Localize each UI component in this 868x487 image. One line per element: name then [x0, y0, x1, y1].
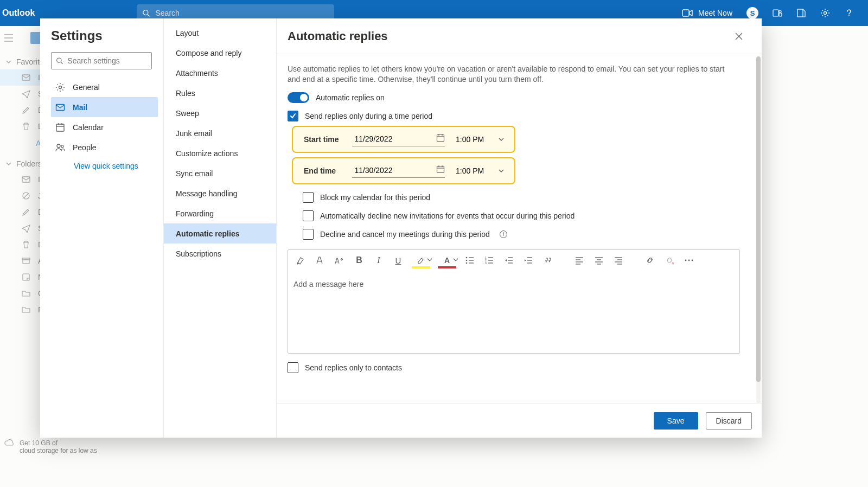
category-general-label: General [73, 83, 100, 92]
more-formatting-button[interactable] [683, 254, 695, 266]
indent-icon [524, 256, 533, 265]
svg-point-40 [466, 260, 468, 261]
end-time-select[interactable]: 1:00 PM [456, 166, 505, 175]
sub-attachments[interactable]: Attachments [164, 63, 276, 83]
view-quick-settings-link[interactable]: View quick settings [51, 162, 158, 170]
italic-button[interactable]: I [373, 254, 385, 266]
contacts-only-checkbox[interactable] [288, 362, 298, 373]
sub-forwarding[interactable]: Forwarding [164, 203, 276, 223]
gear-icon [55, 82, 65, 92]
hamburger-icon[interactable] [4, 34, 17, 42]
notes-icon[interactable] [796, 8, 806, 18]
indent-button[interactable] [522, 254, 534, 266]
category-calendar[interactable]: Calendar [51, 117, 158, 137]
svg-rect-12 [22, 75, 30, 80]
sub-handling[interactable]: Message handling [164, 183, 276, 203]
svg-point-41 [466, 262, 468, 264]
cancel-meetings-checkbox[interactable] [303, 229, 314, 240]
end-date-picker-button[interactable] [436, 165, 445, 174]
draft-icon [22, 106, 30, 114]
svg-point-27 [57, 144, 60, 148]
autoreply-toggle[interactable] [288, 92, 309, 103]
folder-icon [22, 305, 30, 314]
save-button[interactable]: Save [654, 412, 698, 430]
number-list-button[interactable]: 123 [483, 254, 495, 266]
global-search-input[interactable] [155, 9, 334, 17]
start-date-picker-button[interactable] [436, 133, 445, 142]
meet-now-button[interactable]: Meet Now [682, 9, 732, 17]
autoreply-description: Use automatic replies to let others know… [288, 64, 732, 85]
dialog-close-button[interactable] [731, 29, 746, 44]
sub-rules[interactable]: Rules [164, 83, 276, 103]
settings-dialog: Settings General Mail Calendar People [40, 18, 762, 438]
settings-search-input[interactable] [67, 56, 151, 65]
panel-scrollbar[interactable] [756, 56, 761, 403]
bold-button[interactable]: B [353, 254, 365, 266]
category-general[interactable]: General [51, 77, 158, 97]
sub-junk[interactable]: Junk email [164, 123, 276, 143]
meet-now-label: Meet Now [698, 9, 732, 17]
svg-point-0 [143, 10, 148, 15]
start-date-input[interactable] [352, 132, 445, 146]
help-icon[interactable] [844, 8, 854, 18]
category-people[interactable]: People [51, 137, 158, 157]
font-color-button[interactable]: A [438, 254, 456, 266]
font-family-button[interactable] [314, 254, 326, 266]
app-brand: Outlook [0, 8, 137, 18]
svg-rect-35 [437, 166, 444, 172]
svg-rect-22 [56, 104, 65, 110]
align-center-icon [595, 256, 603, 265]
unlink-button[interactable] [663, 254, 675, 266]
svg-point-8 [848, 15, 850, 16]
notes-icon [22, 273, 30, 281]
sub-compose[interactable]: Compose and reply [164, 43, 276, 63]
align-center-button[interactable] [593, 254, 605, 266]
scrollbar-thumb[interactable] [756, 56, 761, 382]
end-date-input[interactable] [352, 164, 445, 178]
autoreply-toggle-label: Automatic replies on [316, 93, 385, 102]
decline-new-label: Automatically decline new invitations fo… [320, 212, 575, 220]
teams-icon[interactable] [773, 8, 782, 18]
bullet-list-button[interactable] [464, 254, 476, 266]
outdent-button[interactable] [503, 254, 515, 266]
font-size-button[interactable] [334, 254, 346, 266]
link-button[interactable] [644, 254, 656, 266]
info-icon[interactable]: i [500, 230, 507, 238]
end-time-row: End time 1:00 PM [292, 157, 515, 184]
link-icon [646, 256, 654, 265]
svg-point-19 [57, 58, 61, 62]
settings-search[interactable] [51, 52, 152, 69]
skype-icon[interactable]: S [746, 7, 758, 19]
number-list-icon: 123 [485, 256, 494, 265]
calendar-icon [55, 123, 65, 132]
underline-button[interactable]: U [392, 254, 404, 266]
svg-text:3: 3 [485, 261, 487, 265]
quote-button[interactable] [542, 254, 554, 266]
start-time-select[interactable]: 1:00 PM [456, 135, 505, 144]
discard-button[interactable]: Discard [706, 412, 752, 430]
sub-subscriptions[interactable]: Subscriptions [164, 244, 276, 264]
folders-label: Folders [16, 159, 42, 168]
highlight-color-button[interactable] [412, 254, 430, 266]
editor-textarea[interactable]: Add a message here [288, 272, 739, 353]
quote-icon [544, 257, 552, 264]
align-right-button[interactable] [612, 254, 624, 266]
sub-sweep[interactable]: Sweep [164, 103, 276, 123]
search-icon [56, 56, 63, 65]
format-painter-button[interactable] [295, 254, 307, 266]
svg-rect-6 [797, 9, 803, 17]
category-mail[interactable]: Mail [51, 97, 158, 117]
paint-icon [296, 255, 305, 265]
settings-icon[interactable] [820, 8, 830, 18]
sub-sync[interactable]: Sync email [164, 163, 276, 183]
trash-icon [22, 240, 30, 249]
sub-layout[interactable]: Layout [164, 23, 276, 43]
time-period-checkbox[interactable] [288, 111, 298, 121]
block-calendar-checkbox[interactable] [303, 192, 314, 203]
sub-customize[interactable]: Customize actions [164, 143, 276, 163]
align-left-button[interactable] [573, 254, 585, 266]
block-calendar-label: Block my calendar for this period [320, 193, 430, 202]
end-time-value: 1:00 PM [456, 166, 484, 175]
sub-autoreply[interactable]: Automatic replies [164, 223, 276, 244]
decline-new-checkbox[interactable] [303, 210, 314, 221]
